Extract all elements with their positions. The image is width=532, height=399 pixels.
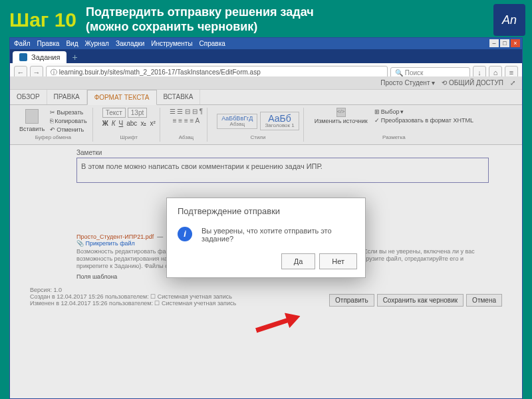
modal-backdrop: Подтверждение отправки i Вы уверены, что…	[10, 76, 522, 398]
url-text: learning.bsuir.by/sites/math_2_2016-17/T…	[59, 68, 261, 76]
browser-window: Файл Правка Вид Журнал Закладки Инструме…	[9, 37, 523, 399]
dialog-text: Вы уверены, что хотите отправить это зад…	[201, 227, 354, 243]
tab-favicon	[19, 53, 27, 61]
browser-menubar: Файл Правка Вид Журнал Закладки Инструме…	[10, 38, 522, 49]
university-logo: An	[493, 4, 525, 36]
maximize-button[interactable]: □	[500, 39, 509, 47]
menu-edit[interactable]: Правка	[37, 40, 60, 47]
dialog-no-button[interactable]: Нет	[319, 253, 357, 269]
page-content: Просто Студент ▾ ⟲ ОБЩИЙ ДОСТУП ⤢ ОБЗОР …	[10, 76, 522, 398]
step-number: Шаг 10	[9, 9, 76, 31]
info-icon: i	[178, 227, 192, 241]
tab-title: Задания	[31, 53, 60, 61]
step-description: Подтвердить отправку решения задач (можн…	[86, 5, 314, 34]
search-placeholder: Поиск	[405, 69, 424, 76]
tab-bar: Задания +	[10, 49, 522, 63]
step-desc-line2: (можно сохранить черновик)	[86, 20, 314, 35]
browser-tab[interactable]: Задания	[13, 51, 66, 63]
close-button[interactable]: ×	[511, 39, 520, 47]
menu-tools[interactable]: Инструменты	[151, 40, 192, 47]
menu-file[interactable]: Файл	[14, 40, 31, 47]
menu-bookmarks[interactable]: Закладки	[116, 40, 144, 47]
step-desc-line1: Подтвердить отправку решения задач	[86, 5, 314, 20]
confirm-dialog: Подтверждение отправки i Вы уверены, что…	[166, 198, 366, 278]
dialog-yes-button[interactable]: Да	[281, 253, 316, 269]
menu-help[interactable]: Справка	[200, 40, 225, 47]
menu-view[interactable]: Вид	[66, 40, 78, 47]
new-tab-button[interactable]: +	[72, 52, 77, 63]
dialog-title: Подтверждение отправки	[167, 198, 365, 221]
menu-history[interactable]: Журнал	[84, 40, 109, 47]
minimize-button[interactable]: –	[489, 39, 499, 47]
